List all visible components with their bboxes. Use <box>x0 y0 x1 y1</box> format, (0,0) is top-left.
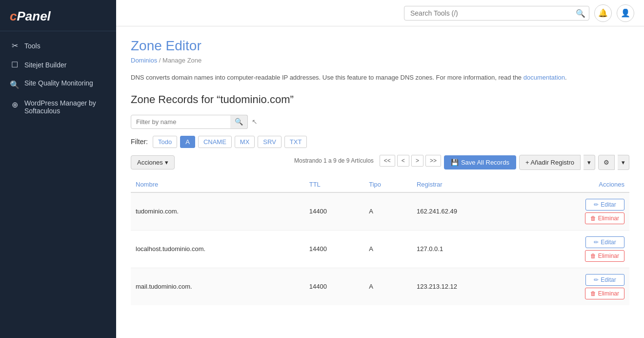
trash-icon: 🗑 <box>590 290 596 297</box>
pencil-icon: ✏ <box>594 276 599 283</box>
save-all-button[interactable]: 💾 Save All Records <box>444 155 516 169</box>
cell-tipo: A <box>364 230 412 268</box>
wordpress-icon: ⊕ <box>10 100 20 109</box>
notifications-button[interactable]: 🔔 <box>594 4 612 22</box>
bell-icon: 🔔 <box>598 8 608 18</box>
col-acciones: Acciones <box>522 177 629 192</box>
cell-registrar: 123.213.12.12 <box>412 268 522 305</box>
edit-button-1[interactable]: ✏ Editar <box>585 236 624 248</box>
table-row: localhost.tudominio.com. 14400 A 127.0.0… <box>131 230 629 268</box>
save-icon: 💾 <box>451 159 459 166</box>
filter-label: Filter: <box>131 138 148 146</box>
col-tipo: Tipo <box>364 177 412 192</box>
cell-nombre: tudominio.com. <box>131 192 304 231</box>
filter-btn-txt[interactable]: TXT <box>284 136 307 148</box>
filter-btn-srv[interactable]: SRV <box>258 136 282 148</box>
trash-icon: 🗑 <box>590 215 596 222</box>
actions-bar: Acciones ▾ Mostrando 1 a 9 de 9 Artículo… <box>131 155 629 170</box>
user-icon: 👤 <box>621 8 630 18</box>
breadcrumb-dominios[interactable]: Dominios <box>131 57 157 64</box>
col-registrar: Registrar <box>412 177 522 192</box>
breadcrumb-separator: / <box>159 57 162 64</box>
right-actions: Mostrando 1 a 9 de 9 Artículos << < > >>… <box>294 155 629 170</box>
acciones-label: Acciones <box>137 159 163 166</box>
topbar: 🔍 🔔 👤 <box>116 0 644 26</box>
add-record-button[interactable]: + Añadir Registro <box>519 155 581 170</box>
cell-registrar: 162.241.62.49 <box>412 192 522 231</box>
sidebar-logo: cPanel <box>0 0 116 31</box>
sidebar-item-wordpress[interactable]: ⊕ WordPress Manager by Softaculous <box>0 94 116 120</box>
table-row: mail.tudominio.com. 14400 A 123.213.12.1… <box>131 268 629 305</box>
sidebar-item-label: Site Quality Monitoring <box>24 79 93 87</box>
gear-button[interactable]: ⚙ <box>598 155 615 170</box>
breadcrumb: Dominios / Manage Zone <box>131 57 629 64</box>
pencil-icon: ✏ <box>594 201 599 208</box>
cell-tipo: A <box>364 268 412 305</box>
acciones-dropdown-icon: ▾ <box>165 159 168 166</box>
pencil-icon: ✏ <box>594 239 599 246</box>
zone-title: Zone Records for “tudominio.com” <box>131 93 629 106</box>
sidebar-item-site-quality[interactable]: 🔍 Site Quality Monitoring <box>0 74 116 94</box>
sidebar-item-tools[interactable]: ✂ Tools <box>0 36 116 55</box>
cursor-indicator: ↖ <box>252 118 258 126</box>
trash-icon: 🗑 <box>590 253 596 259</box>
edit-button-2[interactable]: ✏ Editar <box>585 274 624 286</box>
site-quality-icon: 🔍 <box>10 80 20 89</box>
logo-text: Panel <box>17 9 50 23</box>
pagination-info: Mostrando 1 a 9 de 9 Artículos <box>294 157 374 164</box>
cell-nombre: mail.tudominio.com. <box>131 268 304 305</box>
pager-first[interactable]: << <box>380 155 395 167</box>
documentation-link[interactable]: documentation <box>523 74 565 81</box>
gear-icon: ⚙ <box>604 159 609 166</box>
pager-prev[interactable]: < <box>397 155 409 167</box>
delete-button-2[interactable]: 🗑 Eliminar <box>585 288 624 299</box>
cell-ttl: 14400 <box>304 192 364 231</box>
gear-dropdown[interactable]: ▾ <box>618 155 629 170</box>
col-nombre: Nombre <box>131 177 304 192</box>
breadcrumb-manage-zone: Manage Zone <box>162 57 201 64</box>
records-table: Nombre TTL Tipo Registrar Acciones tudom… <box>131 177 629 305</box>
filter-search-button[interactable]: 🔍 <box>230 115 248 129</box>
filter-btn-a[interactable]: A <box>180 136 195 148</box>
cell-nombre: localhost.tudominio.com. <box>131 230 304 268</box>
pager-next[interactable]: > <box>411 155 423 167</box>
cell-actions: ✏ Editar 🗑 Eliminar <box>522 268 629 305</box>
filter-types: Filter: Todo A CNAME MX SRV TXT <box>131 136 629 148</box>
content-area: Zone Editor Dominios / Manage Zone DNS c… <box>116 26 644 338</box>
filter-btn-todo[interactable]: Todo <box>153 136 177 148</box>
edit-button-0[interactable]: ✏ Editar <box>585 199 624 211</box>
table-head: Nombre TTL Tipo Registrar Acciones <box>131 177 629 192</box>
tools-icon: ✂ <box>10 41 20 50</box>
sidebar-item-label: WordPress Manager by Softaculous <box>24 99 106 115</box>
sitejet-icon: ☐ <box>10 60 20 69</box>
pager-last[interactable]: >> <box>425 155 441 167</box>
user-button[interactable]: 👤 <box>617 4 634 22</box>
add-record-dropdown[interactable]: ▾ <box>584 155 595 170</box>
filter-bar: 🔍 ↖ <box>131 115 629 129</box>
col-ttl: TTL <box>304 177 364 192</box>
cell-actions: ✏ Editar 🗑 Eliminar <box>522 230 629 268</box>
save-all-label: Save All Records <box>461 159 509 166</box>
logo-c: c <box>10 9 17 23</box>
cell-ttl: 14400 <box>304 268 364 305</box>
filter-btn-cname[interactable]: CNAME <box>198 136 232 148</box>
filter-btn-mx[interactable]: MX <box>235 136 255 148</box>
acciones-button[interactable]: Acciones ▾ <box>131 155 175 169</box>
cell-registrar: 127.0.0.1 <box>412 230 522 268</box>
search-input[interactable] <box>404 6 589 21</box>
sidebar-item-sitejet[interactable]: ☐ Sitejet Builder <box>0 55 116 74</box>
sidebar-item-label: Sitejet Builder <box>24 61 66 69</box>
info-text: DNS converts domain names into computer-… <box>131 73 629 83</box>
sidebar-nav: ✂ Tools ☐ Sitejet Builder 🔍 Site Quality… <box>0 31 116 125</box>
delete-button-1[interactable]: 🗑 Eliminar <box>585 250 624 262</box>
pagination-wrap: Mostrando 1 a 9 de 9 Artículos << < > >> <box>294 155 441 167</box>
delete-button-0[interactable]: 🗑 Eliminar <box>585 212 624 224</box>
filter-input-wrap: 🔍 <box>131 115 248 129</box>
search-button[interactable]: 🔍 <box>576 8 585 18</box>
cell-ttl: 14400 <box>304 230 364 268</box>
cell-actions: ✏ Editar 🗑 Eliminar <box>522 192 629 231</box>
cell-tipo: A <box>364 192 412 231</box>
left-actions: Acciones ▾ <box>131 155 175 169</box>
main-content: 🔍 🔔 👤 Zone Editor Dominios / Manage Zone… <box>116 0 644 338</box>
search-wrap: 🔍 <box>404 6 589 21</box>
